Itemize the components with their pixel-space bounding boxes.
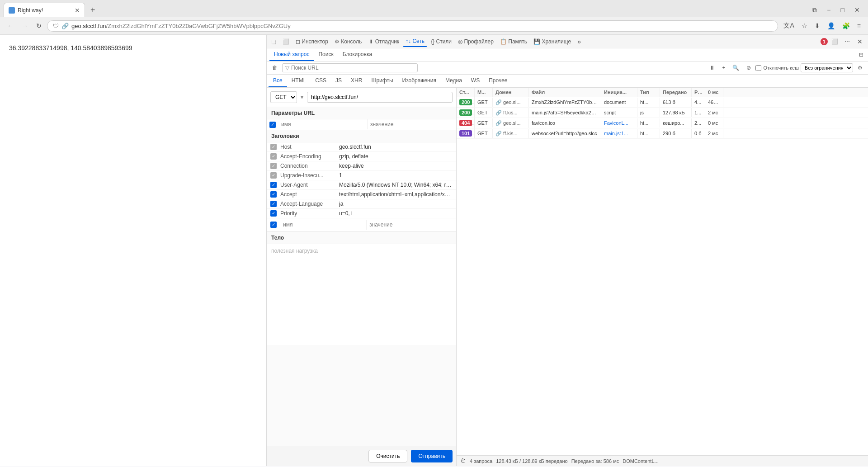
table-row[interactable]: 404 GET 🔗 geo.sl... favicon.ico FaviconL… (457, 118, 868, 128)
pocket-button[interactable]: ⬇ (812, 20, 823, 31)
header-checkbox-blue-2[interactable]: ✓ (270, 191, 277, 198)
header-name-priority: Priority (280, 210, 339, 217)
col-header-status: Ст... (457, 88, 475, 97)
col-header-file: Файл (529, 88, 601, 97)
coordinates-text: 36.39228833714998, 140.58403898593699 (9, 44, 257, 52)
tab-favicon (9, 7, 15, 14)
custom-header-value-cell[interactable] (367, 220, 453, 230)
network-tab[interactable]: ↑↓ Сеть (403, 36, 427, 47)
window-minimize-button[interactable]: − (822, 5, 835, 16)
header-checkbox-gray-2[interactable]: ✓ (270, 153, 277, 160)
storage-tab[interactable]: 💾 Хранилище (531, 37, 574, 47)
col-header-method: М... (475, 88, 493, 97)
styles-tab[interactable]: {} Стили (428, 37, 454, 47)
net-subtab-blocking[interactable]: Блокировка (338, 48, 377, 61)
params-key-cell[interactable] (278, 119, 368, 129)
tab-close-button[interactable]: ✕ (75, 7, 80, 14)
send-button[interactable]: Отправить (411, 450, 453, 462)
body-section[interactable]: полезная нагрузка (267, 244, 456, 345)
more-tabs-button[interactable]: » (575, 36, 584, 47)
table-row[interactable]: 101 GET 🔗 ff.kis... websocket?url=http:/… (457, 128, 868, 139)
window-close-button[interactable]: ✕ (850, 5, 864, 16)
block-button[interactable]: ⊘ (744, 63, 754, 72)
params-checkbox[interactable]: ✓ (267, 119, 278, 130)
filter-html[interactable]: HTML (287, 75, 311, 87)
translate-button[interactable]: 文A (781, 20, 797, 32)
devtools-responsive-btn[interactable]: ⬜ (280, 37, 292, 47)
extensions-button[interactable]: 🧩 (840, 20, 853, 31)
new-tab-button[interactable]: + (87, 4, 99, 17)
req-size-4: 0 б (692, 129, 705, 138)
forward-button[interactable]: → (19, 20, 31, 31)
devtools-toolbar: ⬚ ⬜ ◻ Инспектор ⚙ Консоль ⏸ Отладчик ↑↓ … (267, 35, 868, 48)
filter-xhr[interactable]: XHR (346, 75, 367, 87)
filter-js[interactable]: JS (331, 75, 346, 87)
browser-tab[interactable]: Right way! ✕ (4, 3, 85, 17)
req-size-1: 4... (692, 98, 705, 107)
inspector-tab[interactable]: ◻ Инспектор (293, 37, 331, 47)
window-tabs-button[interactable]: ⧉ (808, 5, 821, 16)
col-header-size: Ра... (692, 88, 705, 97)
debugger-tab[interactable]: ⏸ Отладчик (365, 37, 402, 47)
net-subtab-new-request[interactable]: Новый запрос (269, 48, 314, 61)
custom-header-key-input[interactable] (283, 222, 363, 228)
search-button[interactable]: 🔍 (730, 63, 742, 72)
params-value-input[interactable] (370, 121, 453, 127)
mainjs-link[interactable]: main.js:1... (604, 131, 628, 136)
throttle-select[interactable]: Без ограничения (801, 63, 853, 72)
filter-fonts[interactable]: Шрифты (367, 75, 397, 87)
address-bar[interactable]: 🛡 🔗 geo.slcctf.fun/ZmxhZ2lzdGhlYmFzZTY0b… (47, 20, 778, 32)
devtools-close-button[interactable]: ✕ (854, 36, 866, 47)
console-tab[interactable]: ⚙ Консоль (332, 37, 364, 47)
filter-media[interactable]: Медиа (441, 75, 467, 87)
table-row[interactable]: 200 GET 🔗 geo.sl... ZmxhZ2lzdGhlYmFzZTY0… (457, 97, 868, 108)
profiler-tab[interactable]: ◎ Профайлер (455, 37, 496, 47)
disable-cache-checkbox[interactable] (755, 65, 761, 71)
header-checkbox-blue-1[interactable]: ✓ (270, 182, 277, 188)
req-time-3: 0 мс (705, 118, 723, 127)
params-key-input[interactable] (281, 121, 364, 127)
filter-other[interactable]: Прочее (484, 75, 512, 87)
url-input[interactable] (307, 92, 453, 103)
back-button[interactable]: ← (5, 20, 16, 31)
responsive-design-btn[interactable]: ⬜ (829, 37, 841, 47)
pause-recording-button[interactable]: ⏸ (707, 63, 717, 72)
custom-header-key-cell[interactable] (280, 220, 367, 230)
net-subtab-search[interactable]: Поиск (314, 48, 338, 61)
favicon-link[interactable]: FaviconL... (604, 120, 628, 126)
filter-all[interactable]: Все (269, 75, 287, 87)
devtools-more-btn[interactable]: ⋯ (842, 37, 853, 47)
network-settings-button[interactable]: ⚙ (855, 63, 865, 72)
memory-tab[interactable]: 📋 Память (497, 37, 530, 47)
header-checkbox-blue-5[interactable]: ✓ (270, 222, 277, 228)
search-url-input[interactable] (291, 65, 415, 71)
params-value-cell[interactable] (368, 119, 456, 129)
header-row-priority: ✓ Priority u=0, i (267, 209, 456, 218)
header-checkbox-blue-3[interactable]: ✓ (270, 201, 277, 207)
reload-button[interactable]: ↻ (33, 20, 44, 31)
window-maximize-button[interactable]: □ (836, 5, 849, 16)
clear-network-button[interactable]: 🗑 (269, 63, 280, 72)
table-row[interactable]: 200 GET 🔗 ff.kis... main.js?attr=SH5eyed… (457, 108, 868, 118)
bookmark-button[interactable]: ☆ (799, 20, 810, 31)
account-button[interactable]: 👤 (825, 20, 838, 31)
header-checkbox-blue-4[interactable]: ✓ (270, 210, 277, 217)
menu-button[interactable]: ≡ (854, 20, 863, 31)
network-toolbar-right: ⏸ + 🔍 ⊘ Отключить кеш Без ограничения ⚙ (707, 63, 865, 72)
clear-button[interactable]: Очистить (368, 450, 407, 462)
filter-images[interactable]: Изображения (398, 75, 441, 87)
subtab-options-button[interactable]: ⊟ (857, 50, 865, 60)
header-name-connection: Connection (280, 163, 339, 169)
custom-header-value-input[interactable] (369, 222, 450, 228)
header-checkbox-gray-3[interactable]: ✓ (270, 163, 277, 169)
filter-ws[interactable]: WS (467, 75, 484, 87)
header-checkbox-gray[interactable]: ✓ (270, 144, 277, 150)
filter-button[interactable]: + (719, 63, 728, 72)
header-checkbox-gray-4[interactable]: ✓ (270, 172, 277, 179)
method-select[interactable]: GET (270, 91, 297, 103)
status-badge-404: 404 (459, 120, 472, 126)
header-name-host: Host (280, 144, 339, 150)
search-url-box[interactable]: ▽ (282, 63, 418, 72)
devtools-pick-btn[interactable]: ⬚ (269, 37, 279, 47)
filter-css[interactable]: CSS (311, 75, 331, 87)
